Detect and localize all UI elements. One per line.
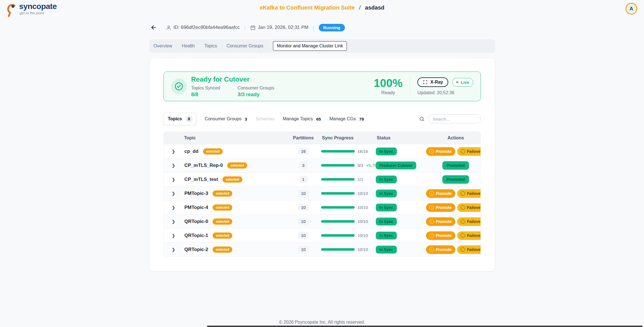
partitions-cell: 10 (286, 246, 321, 253)
status-badge: In Sync (376, 190, 397, 197)
promote-button[interactable]: ↑Promote (426, 245, 455, 254)
status-badge: In Sync (376, 218, 397, 225)
column-header-sync-progress: Sync Progress (321, 135, 376, 141)
column-header-topic: Topic (164, 135, 286, 141)
updated-timestamp: Updated: 20:52:36 (417, 90, 473, 95)
sync-count-label: 10/10 (358, 219, 368, 224)
horizontal-scrollbar[interactable] (207, 326, 643, 327)
sync-count-label: 10/10 (358, 233, 368, 238)
nav-tab-health[interactable]: Health (182, 43, 195, 49)
nav-tab-topics[interactable]: Topics (204, 43, 217, 49)
cutover-stats: Topics Synced 8/8 Consumer Groups 3/3 re… (191, 86, 274, 98)
filter-tab-consumer-groups[interactable]: Consumer Groups3 (205, 116, 247, 121)
filter-tab-label: Topics (168, 116, 182, 121)
cutover-title: Ready for Cutover (191, 75, 274, 83)
table-row: ❯CP_mTLS_testselected11/1In SyncPromoted (164, 172, 481, 186)
expand-chevron-icon[interactable]: ❯ (170, 247, 177, 252)
table-row: ❯QRTopic-2selected1010/10In Sync↑Promote… (164, 242, 481, 256)
failover-label: Failover (467, 247, 481, 252)
nav-tab-monitor-and-manage-cluster-link[interactable]: Monitor and Manage Cluster Link (273, 41, 347, 51)
failover-button[interactable]: ↓Failover (457, 217, 481, 226)
promote-button[interactable]: ↑Promote (426, 203, 455, 212)
run-id-text: ID: 696df2ec80bfa44ea96aafcc (174, 25, 240, 30)
filter-tab-label: Manage Topics (283, 116, 313, 121)
sync-progress-cell: 10/10 (321, 191, 376, 196)
status-badge: In Sync (376, 176, 397, 183)
actions-cell: ↑Promote↓Failover (431, 203, 481, 212)
sync-progress-bar (321, 248, 355, 251)
nav-tab-consumer-groups[interactable]: Consumer Groups (227, 43, 263, 49)
promote-label: Promote (436, 149, 452, 154)
meta-divider: | (244, 25, 246, 31)
page-title: xKafka to Confluent Migration Suite / as… (0, 4, 644, 11)
live-toggle[interactable]: Live (452, 78, 473, 87)
expand-chevron-icon[interactable]: ❯ (170, 163, 177, 168)
expand-chevron-icon[interactable]: ❯ (170, 149, 177, 154)
filter-tab-label: Schemas (256, 116, 274, 121)
topic-cell: ❯QRTopic-1selected (164, 232, 286, 239)
sync-count-label: 10/10 (358, 205, 368, 210)
expand-chevron-icon[interactable]: ❯ (170, 205, 177, 210)
topic-name: cp_dd (185, 149, 199, 154)
promote-label: Promote (436, 233, 452, 238)
user-avatar[interactable]: A (625, 3, 637, 15)
promote-button[interactable]: ↑Promote (426, 147, 455, 156)
cutover-ready-panel: Ready for Cutover Topics Synced 8/8 Cons… (163, 72, 481, 101)
ready-percent: 100% (374, 77, 402, 89)
xray-button[interactable]: X-Ray (417, 77, 448, 87)
failover-label: Failover (467, 205, 481, 210)
topic-cell: ❯cp_ddselected (164, 148, 286, 155)
partitions-count: 3 (299, 162, 308, 169)
partitions-cell: 10 (286, 190, 321, 197)
promote-button[interactable]: ↑Promote (426, 189, 455, 198)
filter-tab-manage-topics[interactable]: Manage Topics65 (283, 116, 321, 121)
status-cell: In Sync (376, 148, 431, 155)
expand-chevron-icon[interactable]: ❯ (170, 233, 177, 238)
failover-button[interactable]: ↓Failover (457, 189, 481, 198)
topic-name: QRTopic-0 (185, 219, 208, 224)
topics-synced-value: 8/8 (191, 92, 220, 98)
filter-tab-topics[interactable]: Topics8 (163, 113, 196, 125)
meta-divider: | (313, 25, 314, 31)
run-date: Jan 19, 2026, 02:31 PM (250, 25, 309, 30)
promote-button[interactable]: ↑Promote (426, 217, 455, 226)
search-input[interactable] (428, 114, 481, 123)
failover-button[interactable]: ↓Failover (457, 147, 481, 156)
expand-chevron-icon[interactable]: ❯ (170, 177, 177, 182)
failover-button[interactable]: ↓Failover (457, 245, 481, 254)
actions-cell: ↑Promote↓Failover (431, 189, 481, 198)
nav-tab-overview[interactable]: Overview (154, 43, 172, 49)
promote-button[interactable]: ↑Promote (426, 231, 455, 240)
xray-label: X-Ray (430, 80, 443, 85)
scan-icon (423, 80, 428, 85)
arrow-down-circle-icon: ↓ (461, 149, 465, 154)
arrow-down-circle-icon: ↓ (461, 247, 465, 252)
selected-badge: selected (203, 148, 223, 155)
live-label: Live (461, 80, 469, 85)
filter-tab-bar: Topics8Consumer Groups3SchemasManage Top… (163, 113, 364, 125)
back-button[interactable] (149, 23, 158, 32)
sync-progress-cell: 10/10 (321, 233, 376, 238)
topic-cell: ❯CP_mTLS_Rep-0selected (164, 162, 286, 169)
actions-cell: Promoted (431, 161, 481, 170)
status-badge: In Sync (376, 246, 397, 254)
failover-button[interactable]: ↓Failover (457, 203, 481, 212)
ready-percent-block: 100% Ready (374, 77, 402, 96)
table-row: ❯PMTopic-4selected1010/10In Sync↑Promote… (164, 200, 481, 214)
sync-progress-fill (321, 178, 355, 181)
filter-tab-label: Manage CGs (329, 116, 356, 121)
filter-tab-manage-cgs[interactable]: Manage CGs79 (329, 116, 364, 121)
failover-button[interactable]: ↓Failover (457, 231, 481, 240)
sync-progress-bar (321, 178, 355, 181)
sync-progress-bar (321, 192, 355, 195)
partitions-count: 10 (298, 204, 309, 211)
live-dot-icon (456, 81, 458, 83)
promote-label: Promote (436, 219, 452, 224)
run-id: ID: 696df2ec80bfa44ea96aafcc (166, 25, 240, 30)
expand-chevron-icon[interactable]: ❯ (170, 219, 177, 224)
column-header-status: Status (376, 135, 431, 141)
cutover-summary: Ready for Cutover Topics Synced 8/8 Cons… (191, 75, 274, 98)
sync-progress-cell: 10/10 (321, 205, 376, 210)
expand-chevron-icon[interactable]: ❯ (170, 191, 177, 196)
status-cell: In Sync (376, 232, 431, 240)
